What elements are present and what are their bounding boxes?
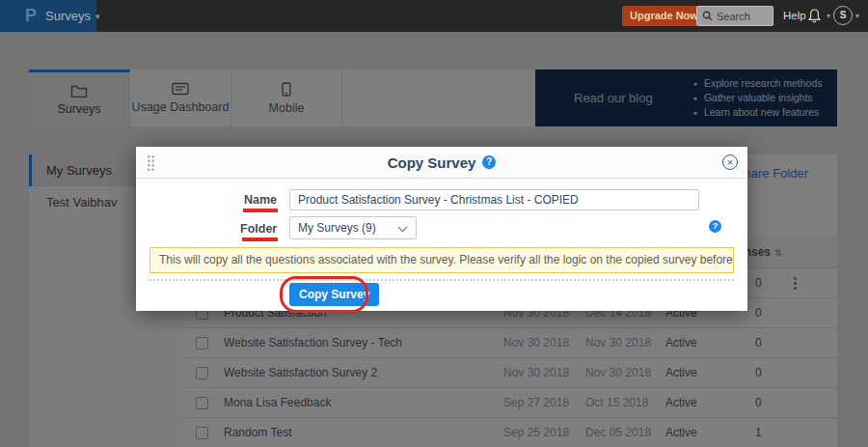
search-input[interactable] [717, 11, 768, 22]
logo-icon: P [25, 6, 37, 26]
chevron-down-icon[interactable]: ▾ [827, 0, 830, 32]
dotted-divider [149, 279, 734, 281]
folder-field-label: Folder [240, 222, 277, 236]
help-icon[interactable]: ? [709, 220, 721, 233]
notifications-bell-icon[interactable] [807, 8, 822, 28]
chevron-down-icon[interactable]: ▾ [855, 0, 859, 32]
survey-name-input[interactable] [289, 189, 699, 210]
name-field-label: Name [240, 193, 277, 207]
upgrade-now-button[interactable]: Upgrade Now [622, 6, 706, 26]
folder-select[interactable]: My Surveys (9) [289, 216, 417, 239]
close-icon[interactable]: × [722, 154, 738, 170]
modal-header: Copy Survey ? × [136, 147, 747, 179]
help-link[interactable]: Help [783, 0, 806, 32]
drag-handle-icon[interactable] [147, 154, 155, 171]
search-icon [702, 11, 713, 21]
app-menu-label: Surveys [45, 9, 91, 23]
chevron-down-icon [397, 226, 408, 233]
user-avatar[interactable]: S [833, 6, 853, 25]
copy-warning-message: This will copy all the questions associa… [149, 247, 734, 273]
folder-select-value: My Surveys (9) [298, 221, 376, 235]
red-annotation-underline [243, 209, 278, 212]
chevron-down-icon: ▾ [95, 12, 100, 21]
copy-survey-modal: Copy Survey ? × Name Folder My Surveys (… [136, 147, 747, 311]
copy-survey-button[interactable]: Copy Survey [289, 283, 379, 306]
red-annotation-underline [242, 237, 278, 241]
top-navbar: P Surveys ▾ Upgrade Now Help ▾ S ▾ [0, 0, 868, 32]
app-screen: P Surveys ▾ Upgrade Now Help ▾ S ▾ Surve… [0, 0, 868, 447]
help-icon[interactable]: ? [482, 155, 496, 169]
modal-title: Copy Survey [388, 154, 476, 171]
search-box[interactable] [696, 6, 773, 26]
product-menu[interactable]: P Surveys ▾ [0, 0, 96, 32]
